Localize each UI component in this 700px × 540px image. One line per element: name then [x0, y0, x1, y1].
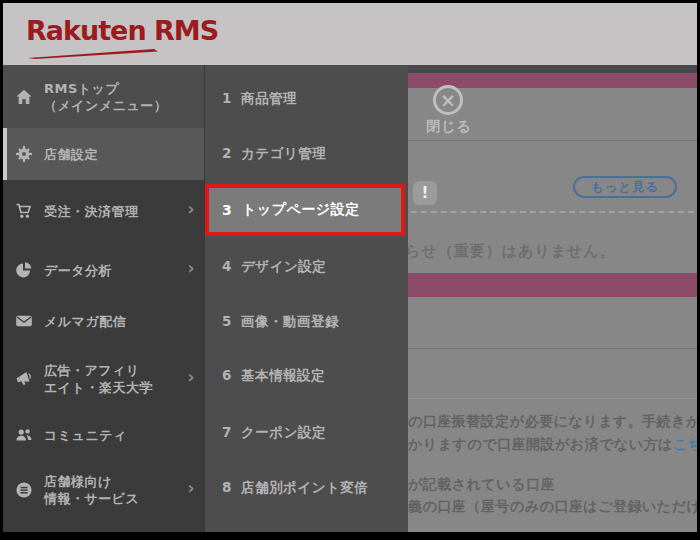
submenu-item-number: 4: [222, 258, 232, 274]
account-name-text-line: 義の口座（屋号のみの口座はご登録いただけま: [408, 498, 697, 516]
close-button-label[interactable]: 閉じる: [418, 118, 480, 136]
submenu-item-category-management[interactable]: 2カテゴリ管理: [205, 145, 408, 163]
sidebar-item-community[interactable]: コミュニティ: [3, 416, 204, 454]
home-icon: [13, 88, 35, 106]
chevron-right-icon: ›: [187, 199, 195, 219]
app-header: Rakuten RMS: [3, 3, 697, 65]
account-transfer-text-line: の口座振替設定が必要になります。手続きが完: [408, 413, 697, 431]
sidebar-item-label: 広告・アフィリ: [44, 362, 153, 379]
submenu-item-label: 店舗別ポイント変倍: [241, 479, 368, 495]
submenu-item-coupon-settings[interactable]: 7クーポン設定: [205, 424, 408, 442]
see-more-button[interactable]: もっと見る: [573, 176, 677, 198]
sidebar-item-mail-magazine[interactable]: メルマガ配信: [3, 302, 204, 340]
submenu-item-label: デザイン設定: [241, 258, 326, 274]
dashed-divider: [411, 211, 694, 213]
section-divider: [408, 348, 697, 349]
megaphone-icon: [13, 370, 35, 388]
submenu-item-label: クーポン設定: [241, 424, 326, 440]
submenu-item-number: 3: [222, 202, 233, 218]
sidebar-item-advertising[interactable]: 広告・アフィリ エイト・楽天大学 ›: [3, 356, 204, 401]
account-listed-text-line: が記載されている口座: [408, 476, 697, 494]
important-notice-text: らせ（重要）はありません。: [408, 242, 697, 261]
submenu-item-label: トップページ設定: [242, 201, 360, 219]
submenu-item-number: 6: [222, 367, 232, 383]
dimmed-page-content: × 閉じる ! もっと見る らせ（重要）はありません。 の口座振替設定が必要にな…: [408, 65, 697, 532]
submenu-item-basic-info-settings[interactable]: 6基本情報設定: [205, 367, 408, 385]
submenu-item-label: 画像・動画登録: [241, 313, 339, 329]
dotted-divider: [408, 398, 697, 399]
info-list-icon: [13, 481, 35, 499]
alert-icon: !: [413, 181, 437, 205]
page-top-strip: [408, 65, 697, 73]
sidebar-item-label: 店舗設定: [44, 146, 98, 163]
submenu-item-number: 2: [222, 145, 232, 161]
submenu-item-image-video-registration[interactable]: 5画像・動画登録: [205, 313, 408, 331]
sidebar-item-shop-info-services[interactable]: 店舗様向け 情報・サービス ›: [3, 467, 204, 512]
account-opening-text-line: かりますので口座開設がお済でない方はこちら: [408, 436, 697, 454]
sidebar-item-label: コミュニティ: [44, 427, 127, 444]
sidebar-item-order-payment[interactable]: 受注・決済管理 ›: [3, 192, 204, 230]
submenu-item-product-management[interactable]: 1商品管理: [205, 90, 408, 108]
sidebar-item-label: 受注・決済管理: [44, 203, 139, 220]
submenu-item-number: 7: [222, 424, 232, 440]
pie-chart-icon: [13, 261, 35, 279]
submenu-item-design-settings[interactable]: 4デザイン設定: [205, 258, 408, 276]
people-icon: [13, 426, 35, 444]
sidebar-item-label: エイト・楽天大学: [44, 379, 153, 396]
chevron-right-icon: ›: [187, 258, 195, 278]
close-icon[interactable]: ×: [433, 85, 463, 115]
sidebar-item-shop-settings[interactable]: 店舗設定: [3, 128, 204, 180]
chevron-right-icon: ›: [187, 478, 195, 498]
cart-icon: [13, 202, 35, 220]
sidebar-item-data-analysis[interactable]: データ分析 ›: [3, 251, 204, 289]
sidebar-item-label: データ分析: [44, 262, 112, 279]
magenta-section-bar: [408, 273, 697, 297]
mail-icon: [13, 312, 35, 330]
sidebar-item-label: 情報・サービス: [44, 490, 139, 507]
submenu-item-number: 8: [222, 479, 232, 495]
submenu-item-number: 1: [222, 90, 232, 106]
sidebar-item-label: RMSトップ: [44, 80, 167, 97]
kochira-link[interactable]: こちら: [673, 436, 697, 452]
section-divider: [408, 140, 697, 141]
sidebar-item-label: （メインメニュー）: [44, 97, 167, 114]
sidebar-item-label: 店舗様向け: [44, 473, 139, 490]
submenu-item-top-page-settings-highlighted[interactable]: 3トップページ設定: [205, 184, 405, 236]
gear-icon: [13, 145, 35, 163]
chevron-right-icon: ›: [187, 367, 195, 387]
sidebar-item-rms-top[interactable]: RMSトップ （メインメニュー）: [3, 65, 204, 128]
submenu-item-label: 商品管理: [241, 90, 297, 106]
rakuten-rms-logo: Rakuten RMS: [26, 15, 218, 46]
submenu-item-number: 5: [222, 313, 232, 329]
account-opening-text: かりますので口座開設がお済でない方は: [408, 436, 673, 452]
logo-swoosh-underline: [28, 49, 160, 59]
submenu-item-label: カテゴリ管理: [241, 145, 326, 161]
submenu-item-label: 基本情報設定: [241, 367, 325, 383]
main-sidebar: RMSトップ （メインメニュー） 店舗設定: [3, 65, 205, 532]
submenu-item-shop-point-rate[interactable]: 8店舗別ポイント変倍: [205, 479, 408, 497]
shop-settings-submenu: 1商品管理 2カテゴリ管理 3トップページ設定 4デザイン設定 5画像・動画登録…: [205, 65, 408, 532]
sidebar-item-label: メルマガ配信: [44, 313, 126, 330]
